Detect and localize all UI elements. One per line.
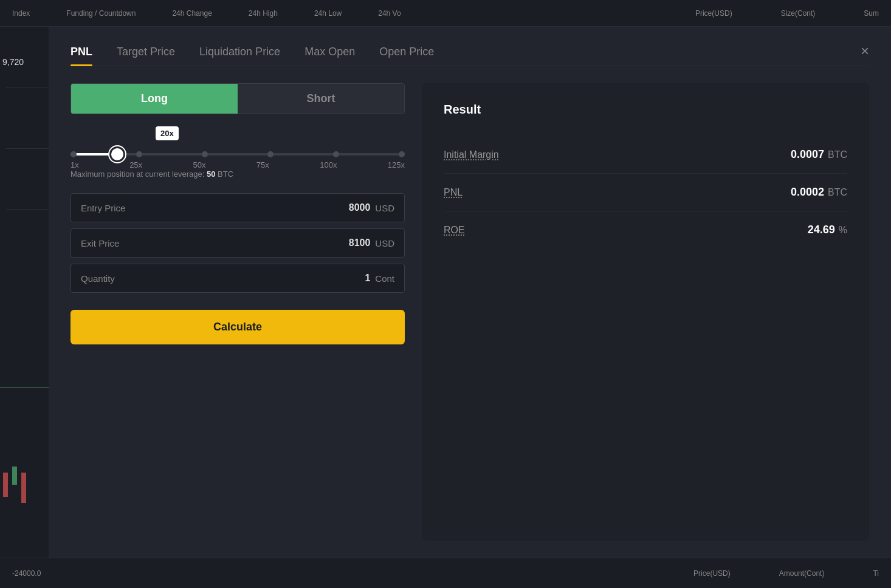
quantity-value-group: 1 Cont <box>365 273 394 284</box>
quantity-unit: Cont <box>375 273 394 284</box>
result-row-roe: ROE 24.69 % <box>444 211 847 248</box>
quantity-value: 1 <box>365 273 370 284</box>
initial-margin-unit: BTC <box>828 149 847 160</box>
quantity-label: Quantity <box>81 273 115 284</box>
slider-dot-75x <box>267 151 273 157</box>
tab-max-open[interactable]: Max Open <box>304 46 355 66</box>
topbar-price-usd: Price(USD) <box>695 9 732 18</box>
bottom-ti: Ti <box>873 569 879 578</box>
topbar-index: Index <box>12 9 30 18</box>
close-button[interactable]: × <box>861 44 869 66</box>
tab-bar: PNL Target Price Liquidation Price Max O… <box>71 44 869 66</box>
calculate-button[interactable]: Calculate <box>71 310 405 344</box>
initial-margin-label: Initial Margin <box>444 149 499 160</box>
tab-pnl[interactable]: PNL <box>71 46 92 66</box>
slider-dot-125x <box>399 151 405 157</box>
tab-open-price[interactable]: Open Price <box>379 46 434 66</box>
slider-track[interactable] <box>71 153 405 156</box>
bottom-price-usd: Price(USD) <box>693 569 731 578</box>
calculator-modal: PNL Target Price Liquidation Price Max O… <box>49 27 891 558</box>
label-50x: 50x <box>193 160 205 169</box>
chart-grid-line <box>6 87 49 88</box>
roe-value-group: 24.69 % <box>808 224 847 236</box>
initial-margin-value: 0.0007 <box>791 148 824 161</box>
exit-price-label: Exit Price <box>81 238 119 248</box>
leverage-badge: 20x <box>156 126 179 140</box>
result-row-pnl: PNL 0.0002 BTC <box>444 174 847 211</box>
max-position-unit: BTC <box>218 169 233 179</box>
modal-content: Long Short 20x <box>71 83 869 541</box>
bottom-left-value: -24000.0 <box>12 569 41 578</box>
candle-green <box>12 467 17 485</box>
long-button[interactable]: Long <box>71 84 238 114</box>
exit-price-value: 8100 <box>349 238 371 248</box>
topbar-24h-vol: 24h Vo <box>378 9 401 18</box>
slider-dot-25x <box>136 151 142 157</box>
slider-fill <box>71 153 117 156</box>
topbar-24h-low: 24h Low <box>314 9 342 18</box>
result-row-initial-margin: Initial Margin 0.0007 BTC <box>444 136 847 174</box>
bottom-bar: -24000.0 Price(USD) Amount(Cont) Ti <box>0 558 891 588</box>
slider-container <box>71 153 405 156</box>
tab-target-price[interactable]: Target Price <box>117 46 175 66</box>
pnl-unit: BTC <box>828 187 847 198</box>
initial-margin-value-group: 0.0007 BTC <box>791 148 847 161</box>
topbar-24h-high: 24h High <box>249 9 278 18</box>
entry-price-field[interactable]: Entry Price 8000 USD <box>71 193 405 222</box>
pnl-label: PNL <box>444 187 463 198</box>
top-bar: Index Funding / Countdown 24h Change 24h… <box>0 0 891 27</box>
topbar-size-cont: Size(Cont) <box>781 9 816 18</box>
pnl-value-group: 0.0002 BTC <box>791 186 847 199</box>
topbar-funding: Funding / Countdown <box>66 9 136 18</box>
label-1x: 1x <box>71 160 79 169</box>
candle-red <box>3 473 8 497</box>
position-toggle: Long Short <box>71 83 405 114</box>
result-panel: Result Initial Margin 0.0007 BTC PNL 0.0… <box>422 83 869 541</box>
candle-red-2 <box>21 473 26 503</box>
bottom-bar-right: Price(USD) Amount(Cont) Ti <box>693 569 879 578</box>
pnl-value: 0.0002 <box>791 186 824 199</box>
roe-unit: % <box>839 225 847 236</box>
short-button[interactable]: Short <box>238 84 404 114</box>
chart-grid-line <box>6 148 49 149</box>
chart-green-line <box>0 387 49 388</box>
slider-labels: 1x 25x 50x 75x 100x 125x <box>71 160 405 169</box>
slider-dot-50x <box>202 151 208 157</box>
input-fields: Entry Price 8000 USD Exit Price 8100 USD <box>71 193 405 293</box>
tab-liquidation-price[interactable]: Liquidation Price <box>199 46 280 66</box>
result-title: Result <box>444 103 847 117</box>
exit-price-value-group: 8100 USD <box>349 238 394 248</box>
leverage-area: 20x <box>71 126 405 181</box>
label-25x: 25x <box>129 160 142 169</box>
quantity-field[interactable]: Quantity 1 Cont <box>71 264 405 293</box>
chart-background: 9,720 <box>0 27 49 558</box>
chart-grid-line <box>6 209 49 210</box>
topbar-right: Price(USD) Size(Cont) Sum <box>695 9 879 18</box>
exit-price-unit: USD <box>375 238 394 248</box>
slider-dot-100x <box>333 151 339 157</box>
entry-price-value-group: 8000 USD <box>349 202 394 213</box>
label-100x: 100x <box>320 160 337 169</box>
slider-thumb[interactable] <box>111 148 123 160</box>
bottom-amount-cont: Amount(Cont) <box>779 569 825 578</box>
chart-price-value: 9,720 <box>2 57 24 67</box>
exit-price-field[interactable]: Exit Price 8100 USD <box>71 228 405 258</box>
entry-price-unit: USD <box>375 203 394 213</box>
entry-price-label: Entry Price <box>81 203 125 213</box>
label-75x: 75x <box>256 160 269 169</box>
max-position-text: Maximum position at current leverage: 50… <box>71 169 405 179</box>
topbar-sum: Sum <box>864 9 879 18</box>
left-panel: Long Short 20x <box>71 83 405 541</box>
topbar-24h-change: 24h Change <box>172 9 212 18</box>
index-price-area: 9,720 <box>2 57 24 67</box>
entry-price-value: 8000 <box>349 202 371 213</box>
label-125x: 125x <box>388 160 405 169</box>
max-position-value: 50 <box>207 169 215 179</box>
roe-label: ROE <box>444 225 465 236</box>
roe-value: 24.69 <box>808 224 835 236</box>
